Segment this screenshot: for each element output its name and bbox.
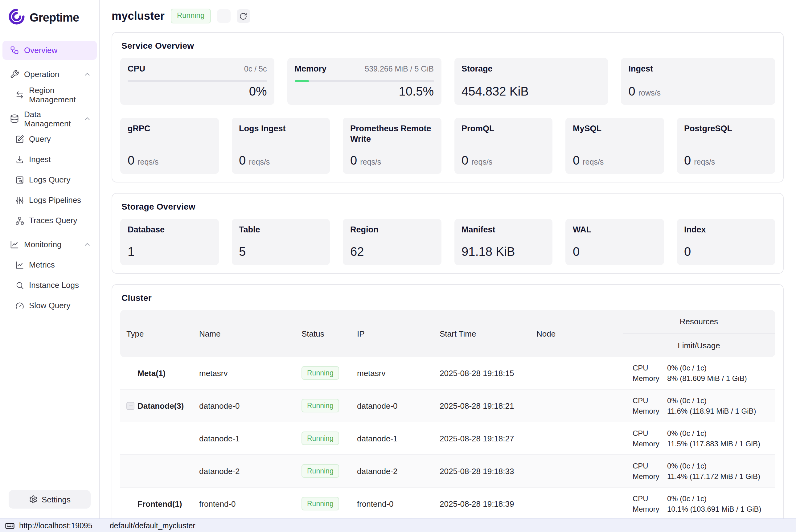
status-context: default/default_mycluster — [110, 521, 195, 530]
pause-button[interactable] — [217, 9, 230, 23]
storage-tile: Storage 454.832 KiB — [454, 58, 608, 105]
grpc-rate-tile: gRPC 0reqs/s — [120, 118, 219, 174]
metric-unit: reqs/s — [471, 158, 492, 167]
cell-status: Running — [295, 460, 351, 481]
sidebar-item-label: Metrics — [29, 260, 55, 269]
cell-name: metasrv — [193, 365, 295, 381]
metric-value: 0 — [239, 153, 246, 168]
metric-value: 10.5% — [295, 84, 434, 99]
table-tile: Table 5 — [231, 219, 330, 265]
sidebar-item-instance-logs[interactable]: Instance Logs — [2, 276, 97, 294]
ingest-tile: Ingest 0 rows/s — [621, 58, 775, 105]
sidebar-item-label: Logs Query — [29, 175, 70, 184]
table-row: Meta(1) metasrv Running metasrv 2025-08-… — [120, 357, 775, 390]
collapse-minus-icon[interactable] — [127, 402, 134, 410]
import-icon — [15, 155, 24, 164]
sidebar-section-operation[interactable]: Operation — [2, 65, 97, 84]
sliders-icon — [15, 196, 24, 204]
cell-type: Datanode(3) — [120, 397, 193, 414]
resource-label: CPU — [632, 396, 667, 405]
metric-unit: reqs/s — [137, 158, 158, 167]
table-row: Datanode(3) datanode-0 Running datanode-… — [120, 390, 775, 422]
table-row: datanode-2 Running datanode-2 2025-08-28… — [120, 455, 775, 488]
cell-name: datanode-2 — [193, 463, 295, 479]
index-tile: Index 0 — [677, 219, 775, 265]
cell-node — [530, 500, 623, 507]
brand-name: Greptime — [30, 11, 79, 25]
resource-label: CPU — [632, 363, 667, 372]
metric-value: 1 — [128, 245, 211, 259]
cell-status: Running — [295, 362, 351, 383]
sidebar-footer: Settings — [0, 490, 99, 518]
cell-node — [530, 402, 623, 409]
cluster-table: Type Name Status IP Start Time Node Reso… — [120, 310, 775, 518]
brand: Greptime — [0, 0, 99, 33]
cell-start-time: 2025-08-28 19:18:21 — [433, 397, 530, 414]
metric-label: MySQL — [573, 124, 656, 134]
metric-value: 0 — [629, 84, 636, 99]
section-title: Service Overview — [121, 41, 775, 51]
column-header-name: Name — [193, 329, 295, 338]
cell-node — [530, 467, 623, 475]
metric-label: Region — [350, 225, 434, 235]
wal-tile: WAL 0 — [565, 219, 664, 265]
metric-value: 0% — [128, 84, 267, 99]
sidebar-item-overview[interactable]: Overview — [2, 41, 97, 60]
metric-label: PromQL — [461, 124, 545, 134]
arrows-left-right-icon — [15, 90, 24, 99]
resource-value: 0% (0c / 1c) — [667, 461, 771, 470]
cell-type — [120, 467, 193, 475]
settings-button[interactable]: Settings — [8, 490, 91, 509]
resource-value: 0% (0c / 1c) — [667, 494, 771, 503]
column-header-resources: Resources Limit/Usage — [623, 310, 775, 357]
workflow-icon — [10, 45, 19, 55]
cluster-card: Cluster Type Name Status IP Start Time N… — [112, 284, 784, 518]
resource-value: 11.5% (117.883 MiB / 1 GiB) — [667, 439, 771, 448]
status-bar: http://localhost:19095 default/default_m… — [0, 518, 796, 532]
column-header-status: Status — [295, 329, 351, 338]
resource-label: Memory — [632, 439, 667, 448]
status-badge: Running — [302, 497, 339, 510]
memory-progress-bar — [295, 80, 434, 82]
cell-status: Running — [295, 428, 351, 449]
settings-label: Settings — [42, 495, 71, 504]
resource-value: 11.6% (118.91 MiB / 1 GiB) — [667, 406, 771, 415]
cell-start-time: 2025-08-28 19:18:15 — [433, 365, 530, 381]
sidebar-section-monitoring[interactable]: Monitoring — [2, 235, 97, 254]
sidebar-item-region-management[interactable]: Region Management — [2, 85, 97, 104]
metric-value: 5 — [239, 245, 322, 259]
table-row: datanode-1 Running datanode-1 2025-08-28… — [120, 422, 775, 455]
cell-resources: CPU0% (0c / 1c) Memory8% (81.609 MiB / 1… — [623, 359, 775, 387]
sidebar-item-label: Region Management — [29, 86, 91, 104]
column-header-type: Type — [120, 329, 193, 338]
cell-ip: datanode-2 — [351, 463, 433, 479]
cell-node — [530, 369, 623, 377]
status-url: http://localhost:19095 — [19, 521, 93, 530]
sidebar-item-traces-query[interactable]: Traces Query — [2, 211, 97, 230]
sidebar-section-label: Operation — [24, 70, 59, 79]
gear-icon — [29, 495, 37, 504]
metric-label: Logs Ingest — [239, 124, 322, 134]
sidebar-item-query[interactable]: Query — [2, 130, 97, 149]
sidebar-item-metrics[interactable]: Metrics — [2, 255, 97, 274]
cpu-progress-bar — [128, 80, 267, 82]
cell-start-time: 2025-08-28 19:18:33 — [433, 463, 530, 479]
section-title: Cluster — [121, 293, 775, 303]
sidebar-item-logs-pipelines[interactable]: Logs Pipelines — [2, 190, 97, 210]
resource-value: 0% (0c / 1c) — [667, 363, 771, 372]
refresh-button[interactable] — [236, 9, 250, 23]
sidebar-item-logs-query[interactable]: Logs Query — [2, 170, 97, 189]
metric-value: 454.832 KiB — [461, 84, 601, 99]
wrench-icon — [10, 70, 19, 79]
sidebar-item-slow-query[interactable]: Slow Query — [2, 296, 97, 315]
metric-unit: reqs/s — [249, 158, 270, 167]
metric-label: PostgreSQL — [684, 124, 767, 134]
network-icon — [15, 216, 24, 225]
sidebar-section-data-management[interactable]: Data Management — [2, 109, 97, 128]
sidebar-item-ingest[interactable]: Ingest — [2, 150, 97, 169]
resource-value: 0% (0c / 1c) — [667, 396, 771, 405]
cell-resources: CPU0% (0c / 1c) Memory10.1% (103.691 MiB… — [623, 489, 775, 518]
storage-overview-card: Storage Overview Database 1 Table 5 Regi… — [112, 193, 784, 274]
metric-label: Memory — [295, 64, 327, 75]
metric-label: Database — [128, 225, 211, 235]
